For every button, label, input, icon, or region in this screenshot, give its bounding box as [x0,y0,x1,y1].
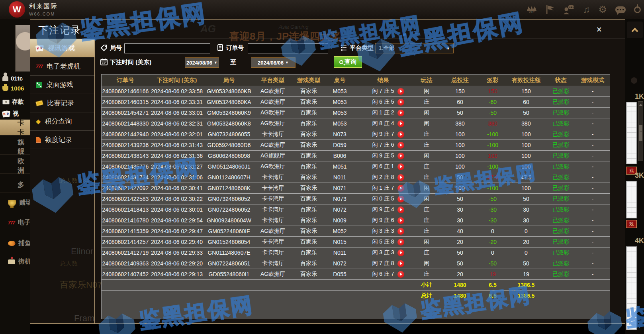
round-no-input[interactable] [124,43,210,53]
play-replay-button[interactable] [397,185,404,192]
payout: -100 [479,129,506,139]
status: 已派彩 [546,226,575,236]
settings-gear-icon[interactable]: ⚙ [598,5,607,14]
music-icon[interactable]: ♫ [583,5,590,14]
game-mode: - [575,161,610,172]
bet-side: 闲 [412,183,441,193]
bet-record-row: 2408060214357762024-08-06 02:31:27GM0512… [102,161,610,172]
deposit-button[interactable]: 存款 [2,98,24,106]
vip-crown-icon[interactable]: VIP [527,5,537,14]
sidebar-item-slots[interactable]: 777 电子老虎机 [30,57,94,76]
hall-tab-qijian[interactable]: 旗舰 [0,139,30,155]
platform-type-select[interactable]: 1.全部 ▼ [375,43,454,53]
play-replay-button[interactable] [397,88,404,95]
sidebar-item-table-games[interactable]: 桌面游戏 [30,76,94,94]
video-games-item[interactable]: K9 视 [2,110,19,118]
sidebar-item-match-records[interactable]: 比赛记录 [30,94,94,112]
chat-icon[interactable] [615,6,626,13]
status: 已派彩 [546,172,575,183]
flag-icon[interactable] [545,5,555,14]
table-no: D055 [325,269,354,279]
game-type: 百家乐 [292,269,325,279]
sidebar-item-credit-records[interactable]: 额度记录 [30,131,94,149]
play-replay-button[interactable] [397,228,404,235]
game-mode: - [575,108,610,118]
column-header: 总投注 [441,75,479,86]
search-button[interactable]: 查询 [334,56,362,68]
game-arcade-item[interactable]: 街机电玩 [8,257,30,266]
hall-tab-duotai[interactable]: 多 [0,177,30,193]
round-no: GM053248060KA [204,97,254,107]
hall-tab-kaka[interactable]: 卡卡 [0,120,30,136]
play-replay-button[interactable] [397,99,404,106]
order-no-input[interactable] [248,43,328,53]
total-bet: 50 [441,108,479,118]
bet-time: 2024-08-06 02:29:33 [149,248,204,258]
order-no: 240806021435776 [102,161,149,172]
user-avatar[interactable] [15,25,30,72]
play-replay-button[interactable] [397,174,404,181]
column-header: 桌号 [325,75,354,86]
play-replay-button[interactable] [397,131,404,138]
support-icon[interactable] [563,5,574,14]
scroll-thumb[interactable] [639,125,642,141]
game-casino-item[interactable]: 赌场 [8,198,30,207]
result-text: 闲 1 庄 2 [372,109,394,116]
cards-icon: K9 [2,111,10,117]
play-replay-button[interactable] [397,239,404,246]
brand[interactable]: W 利来国际 W66.COM [9,1,58,18]
valid-bet: 47.5 [506,172,546,183]
game-type: 百家乐 [292,237,325,247]
play-replay-button[interactable] [397,120,404,127]
game-fishing-item[interactable]: 捕鱼王 [8,239,30,248]
play-replay-button[interactable] [397,217,404,224]
valid-bet: 50 [506,194,546,204]
total-label: 总计 [412,291,441,301]
game-mode: - [575,183,610,193]
date-from-select[interactable]: 2024/08/06 ▼ [185,57,219,68]
table-no: B006 [325,151,354,161]
date-to-select[interactable]: 2024/08/06 ▼ [251,57,296,68]
play-replay-button[interactable] [397,260,404,267]
play-replay-button[interactable] [397,250,404,256]
total-bet: 100 [441,140,479,150]
column-header: 游戏类型 [292,75,325,86]
play-replay-button[interactable] [397,196,404,202]
enter-game-badge[interactable]: 戏 [626,220,637,228]
table-no: N073 [325,129,354,139]
bead-road-grid [626,102,637,164]
play-replay-button[interactable] [397,206,404,213]
play-replay-button[interactable] [397,153,404,159]
play-replay-button[interactable] [397,271,404,278]
play-replay-button[interactable] [397,110,404,116]
person-icon [2,75,8,81]
bet-time: 2024-08-06 02:32:01 [149,129,204,139]
total-bet: 30 [441,215,479,226]
result: 闲 3 庄 3 [354,248,412,258]
bet-time: 2024-08-06 02:33:31 [149,97,204,107]
subtotal-label: 小计 [412,280,441,290]
bet-side: 庄 [412,226,441,236]
scrollbar[interactable] [638,101,643,161]
collapse-chevron-button[interactable] [627,22,643,38]
modal-sidebar: K9 视讯游戏 777 电子老虎机 桌面游戏 比赛记录 ◆ 积分查询 额度记录 [30,39,95,324]
result: 闲 8 庄 4 [354,118,412,129]
platform: AG欧洲厅 [254,269,292,279]
sidebar-item-points-query[interactable]: ◆ 积分查询 [30,112,94,131]
bet-time: 2024-08-06 02:31:06 [149,172,204,183]
valid-bet: 0 [506,226,546,236]
scroll-up-arrow[interactable] [639,102,642,106]
sidebar-item-video-games[interactable]: K9 视讯游戏 [30,39,94,57]
play-replay-button[interactable] [397,163,404,170]
power-icon[interactable] [634,6,641,13]
bet-time: 2024-08-06 02:29:13 [149,269,204,279]
round-no: GN0112480607E [204,248,254,258]
bet-record-row: 2408060214381432024-08-06 02:31:36GB0062… [102,150,610,161]
payout: -30 [479,215,506,226]
game-slots-item[interactable]: 777 电子 [8,218,30,227]
total-payout: 6.5 [479,291,506,301]
play-replay-button[interactable] [397,142,404,149]
hall-tab-ouzhou[interactable]: 欧洲 [0,158,30,174]
close-icon[interactable]: × [597,25,602,34]
table-no: M053 [325,118,354,129]
